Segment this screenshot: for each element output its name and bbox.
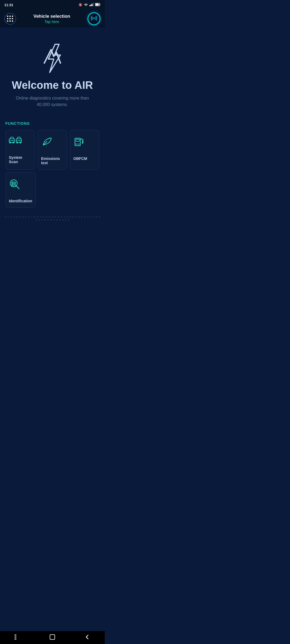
svg-point-0 bbox=[86, 6, 86, 6]
menu-button[interactable] bbox=[4, 13, 16, 25]
header-subtitle: Tap here bbox=[33, 20, 70, 24]
functions-grid-row1: System Scan Emissions test bbox=[5, 130, 99, 170]
svg-rect-1 bbox=[89, 5, 90, 6]
svg-rect-15 bbox=[76, 139, 79, 141]
system-scan-label: System Scan bbox=[9, 155, 31, 164]
svg-rect-3 bbox=[92, 4, 92, 6]
svg-line-25 bbox=[16, 186, 19, 189]
identification-card[interactable]: Identification bbox=[5, 172, 36, 208]
functions-grid-row2: Identification bbox=[5, 172, 99, 208]
obfcm-card[interactable]: OBFCM bbox=[70, 130, 99, 170]
header-title: Vehicle selection bbox=[33, 14, 70, 19]
svg-rect-6 bbox=[96, 3, 99, 5]
emissions-test-card[interactable]: Emissions test bbox=[38, 130, 67, 170]
obfcm-label: OBFCM bbox=[73, 156, 87, 161]
connect-button[interactable] bbox=[88, 12, 100, 25]
battery-icon bbox=[95, 3, 100, 7]
status-time: 11:31 bbox=[4, 3, 13, 7]
identification-label: Identification bbox=[9, 199, 32, 203]
system-scan-icon bbox=[9, 136, 22, 147]
emissions-icon bbox=[41, 136, 53, 148]
signal-icon bbox=[89, 3, 94, 7]
bottom-pattern bbox=[4, 213, 100, 224]
welcome-subtitle: Online diagnostics covering more than 40… bbox=[15, 95, 90, 108]
air-logo-icon bbox=[39, 42, 66, 74]
obfcm-icon bbox=[73, 136, 85, 148]
svg-rect-4 bbox=[93, 3, 93, 6]
wifi-status-icon bbox=[84, 3, 88, 7]
system-scan-card[interactable]: System Scan bbox=[5, 130, 35, 170]
main-content: Welcome to AIR Online diagnostics coveri… bbox=[0, 28, 105, 245]
functions-label: FUNCTIONS bbox=[5, 121, 99, 126]
vehicle-selection-center[interactable]: Vehicle selection Tap here bbox=[33, 14, 70, 24]
identification-icon bbox=[9, 178, 22, 191]
svg-point-7 bbox=[93, 18, 95, 19]
app-logo bbox=[39, 42, 66, 74]
svg-rect-2 bbox=[90, 5, 91, 6]
emissions-test-label: Emissions test bbox=[41, 156, 64, 165]
welcome-title: Welcome to AIR bbox=[12, 79, 93, 91]
functions-section: FUNCTIONS bbox=[4, 121, 100, 208]
mute-icon: 🔇 bbox=[78, 3, 82, 7]
app-header: Vehicle selection Tap here bbox=[0, 10, 105, 28]
grid-dots-icon bbox=[7, 16, 13, 22]
status-bar: 11:31 🔇 bbox=[0, 0, 105, 10]
status-icons: 🔇 bbox=[78, 3, 100, 7]
radio-waves-icon bbox=[91, 15, 97, 23]
